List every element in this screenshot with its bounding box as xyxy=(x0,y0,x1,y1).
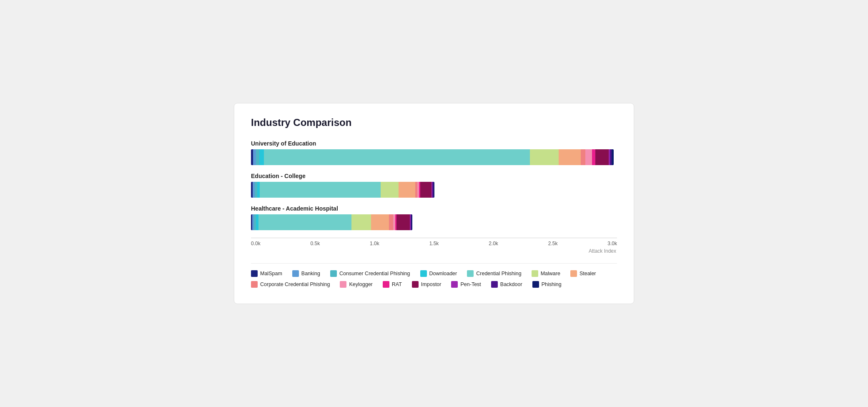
bar-segment-consumer-credential-phishing xyxy=(256,149,259,165)
bar-label: University of Education xyxy=(251,140,617,147)
legend-item-label: RAT xyxy=(392,281,402,287)
legend-item: Impostor xyxy=(412,281,442,288)
bar-segment-impostor xyxy=(396,214,410,230)
legend-swatch xyxy=(451,281,458,288)
legend-item: Consumer Credential Phishing xyxy=(330,270,410,277)
legend-row-1: MalSpamBankingConsumer Credential Phishi… xyxy=(251,270,617,277)
legend-item-label: Stealer xyxy=(580,271,596,276)
legend-item: Stealer xyxy=(570,270,596,277)
legend-item: Corporate Credential Phishing xyxy=(251,281,330,288)
legend-swatch xyxy=(412,281,419,288)
x-axis-label: Attack Index xyxy=(251,248,617,254)
bar-segment-malware xyxy=(381,182,399,198)
bar-segment-downloader xyxy=(259,149,264,165)
bar-track xyxy=(251,182,434,198)
legend-item: Backdoor xyxy=(491,281,522,288)
x-axis-tick: 2.0k xyxy=(489,241,498,246)
legend-item: Pen-Test xyxy=(451,281,481,288)
bar-segment-corporate-credential-phishing xyxy=(389,214,393,230)
legend-swatch xyxy=(532,270,538,277)
industry-comparison-card: Industry Comparison University of Educat… xyxy=(234,103,634,304)
bar-segment-stealer xyxy=(399,182,415,198)
bar-group: Education - College xyxy=(251,173,617,198)
bar-segment-keylogger xyxy=(585,149,592,165)
legend-item: Malware xyxy=(532,270,560,277)
legend-item: Banking xyxy=(292,270,320,277)
x-axis-tick: 1.5k xyxy=(429,241,439,246)
legend-swatch xyxy=(340,281,346,288)
bar-segment-impostor xyxy=(595,149,609,165)
bar-label: Education - College xyxy=(251,173,617,179)
x-axis-tick: 0.5k xyxy=(311,241,320,246)
legend-item-label: Phishing xyxy=(542,281,562,287)
legend-item-label: Banking xyxy=(301,271,320,276)
bar-segment-impostor xyxy=(420,182,431,198)
bar-segment-phishing xyxy=(612,149,614,165)
legend-swatch xyxy=(491,281,498,288)
legend-item: Downloader xyxy=(420,270,457,277)
bar-segment-corporate-credential-phishing xyxy=(581,149,585,165)
legend-item-label: Malware xyxy=(541,271,560,276)
bar-label: Healthcare - Academic Hospital xyxy=(251,205,617,212)
bar-segment-stealer xyxy=(559,149,581,165)
legend-item-label: Consumer Credential Phishing xyxy=(339,271,410,276)
legend-item: Credential Phishing xyxy=(467,270,521,277)
x-axis-ticks: 0.0k0.5k1.0k1.5k2.0k2.5k3.0k xyxy=(251,241,617,246)
legend-swatch xyxy=(532,281,539,288)
bar-segment-banking xyxy=(253,149,256,165)
legend-swatch xyxy=(251,270,258,277)
chart-title: Industry Comparison xyxy=(251,117,617,128)
legend-item-label: Credential Phishing xyxy=(476,271,521,276)
legend-item: Keylogger xyxy=(340,281,372,288)
legend-swatch xyxy=(251,281,258,288)
legend-swatch xyxy=(420,270,427,277)
legend-item-label: Keylogger xyxy=(349,281,372,287)
legend-row-2: Corporate Credential PhishingKeyloggerRA… xyxy=(251,281,617,288)
x-axis-tick: 2.5k xyxy=(548,241,558,246)
bar-segment-credential-phishing xyxy=(260,182,381,198)
legend-item: Phishing xyxy=(532,281,562,288)
legend-item-label: Backdoor xyxy=(500,281,522,287)
x-axis: 0.0k0.5k1.0k1.5k2.0k2.5k3.0k Attack Inde… xyxy=(251,238,617,254)
bar-segment-credential-phishing xyxy=(258,214,351,230)
legend-item-label: Corporate Credential Phishing xyxy=(260,281,330,287)
x-axis-tick: 0.0k xyxy=(251,241,261,246)
chart-area: University of EducationEducation - Colle… xyxy=(251,140,617,288)
bars-container: University of EducationEducation - Colle… xyxy=(251,140,617,230)
x-axis-tick: 3.0k xyxy=(607,241,617,246)
bar-segment-phishing xyxy=(434,182,435,198)
bar-track xyxy=(251,214,412,230)
legend-item-label: Pen-Test xyxy=(460,281,481,287)
legend-item: MalSpam xyxy=(251,270,282,277)
legend-item-label: Downloader xyxy=(429,271,457,276)
bar-segment-malware xyxy=(351,214,371,230)
bar-group: Healthcare - Academic Hospital xyxy=(251,205,617,230)
legend-swatch xyxy=(383,281,389,288)
legend-swatch xyxy=(292,270,299,277)
legend-swatch xyxy=(467,270,474,277)
legend-swatch xyxy=(330,270,337,277)
legend-item: RAT xyxy=(383,281,402,288)
legend: MalSpamBankingConsumer Credential Phishi… xyxy=(251,263,617,288)
x-axis-tick: 1.0k xyxy=(370,241,379,246)
bar-segment-malware xyxy=(530,149,559,165)
bar-segment-rat xyxy=(592,149,595,165)
bar-segment-downloader xyxy=(257,182,260,198)
bar-segment-credential-phishing xyxy=(264,149,530,165)
legend-swatch xyxy=(570,270,577,277)
bar-group: University of Education xyxy=(251,140,617,165)
bar-track xyxy=(251,149,614,165)
legend-item-label: MalSpam xyxy=(260,271,282,276)
bar-segment-stealer xyxy=(371,214,389,230)
legend-item-label: Impostor xyxy=(421,281,442,287)
bar-segment-phishing xyxy=(411,214,412,230)
